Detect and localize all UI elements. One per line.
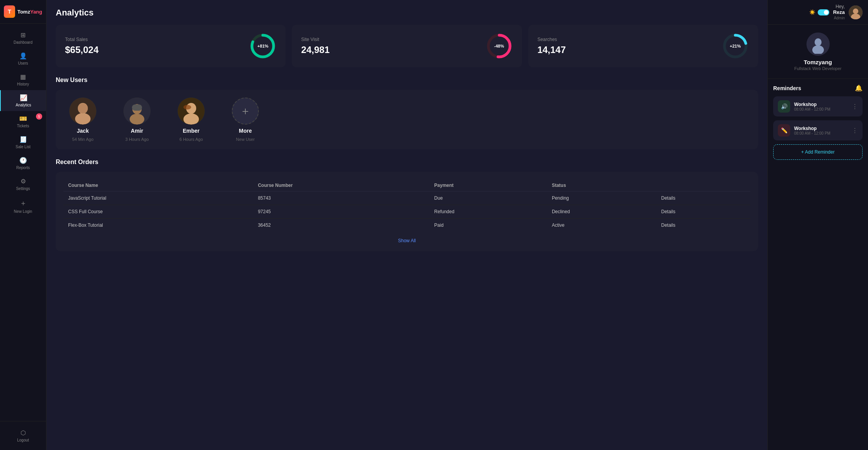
bell-icon[interactable]: 🔔 [855,84,863,92]
chart-total-sales: +81% [249,33,276,60]
profile-card: Tomzyang Fullstack Web Developer [768,25,868,79]
stat-info-searches: Searches 14,147 [538,37,566,55]
sidebar-item-settings[interactable]: ⚙ Settings [0,174,46,195]
orders-table-head: Course Name Course Number Payment Status [63,180,750,192]
order-details[interactable]: Details [656,192,750,205]
reminders-title: Reminders [773,85,801,91]
order-details[interactable]: Details [656,219,750,232]
stat-label-searches: Searches [538,37,566,42]
main-content: Analytics Total Sales $65,024 +81% Site … [46,0,767,450]
toggle-switch[interactable] [818,9,829,15]
order-payment: Refunded [430,205,547,219]
add-reminder-button[interactable]: + Add Reminder [773,144,863,160]
user-time-jack: 54 Min Ago [72,137,93,142]
sidebar-item-tickets[interactable]: 🎫 Tickets 5 [0,111,46,132]
reminder-time-1: 08:00 AM - 12:00 PM [794,131,830,135]
stat-value-searches: 14,147 [538,44,566,55]
page-title: Analytics [56,8,758,18]
sidebar-item-logout[interactable]: ⬡ Logout [0,425,46,446]
user-entry-more[interactable]: ＋ More New User [226,98,265,142]
more-sub: New User [236,137,255,142]
svg-point-19 [853,9,858,14]
col-action [656,180,750,192]
reminder-color-0: 🔊 [778,100,790,113]
order-status: Active [547,219,657,232]
stat-card-searches: Searches 14,147 +21% [528,25,758,67]
sidebar-item-history[interactable]: ▦ History [0,69,46,90]
order-details[interactable]: Details [656,205,750,219]
sidebar-label-settings: Settings [16,187,30,191]
stats-row: Total Sales $65,024 +81% Site Visit 24,9… [56,25,758,67]
user-entry-amir: Amir 3 Hours Ago [118,98,156,142]
col-course-name: Course Name [63,180,253,192]
chart-label-searches: +21% [730,44,741,48]
user-time-amir: 3 Hours Ago [125,137,149,142]
header-greeting: Hey, Reza Admin [833,4,845,21]
show-all-button[interactable]: Show All [63,238,750,243]
svg-point-16 [183,113,199,125]
more-label: More [239,128,252,134]
sidebar-item-dashboard[interactable]: ⊞ Dashboard [0,27,46,48]
order-course-number: 85743 [253,192,430,205]
sidebar-label-sale-list: Sale List [15,145,30,149]
recent-orders-title: Recent Orders [56,159,758,166]
stat-label-total-sales: Total Sales [65,37,99,42]
right-header: ☀️ Hey, Reza Admin [768,0,868,25]
order-status: Pending [547,192,657,205]
stat-label-site-visit: Site Visit [301,37,329,42]
table-row: Flex-Box Tutorial 36452 Paid Active Deta… [63,219,750,232]
table-row: JavaScript Tutorial 85743 Due Pending De… [63,192,750,205]
sidebar-label-reports: Reports [16,166,30,170]
settings-icon: ⚙ [21,178,26,185]
sidebar-item-analytics[interactable]: 📈 Analytics [0,90,46,111]
sidebar-item-new-login[interactable]: ＋ New Login [0,195,46,217]
sidebar-label-history: History [17,82,29,86]
dashboard-icon: ⊞ [21,31,26,39]
logout-icon: ⬡ [21,429,26,436]
reminders-header: Reminders 🔔 [773,84,863,92]
reminder-time-0: 08:00 AM - 12:00 PM [794,107,830,111]
orders-header-row: Course Name Course Number Payment Status [63,180,750,192]
order-course-number: 36452 [253,219,430,232]
sidebar-logo: T TomzYang [0,0,46,24]
order-payment: Due [430,192,547,205]
history-icon: ▦ [20,73,26,80]
sidebar-item-sale-list[interactable]: 🧾 Sale List [0,132,46,153]
reminders-section: Reminders 🔔 🔊 Workshop 08:00 AM - 12:00 … [768,79,868,450]
chart-label-site-visit: -48% [494,44,504,48]
order-status: Declined [547,205,657,219]
reminder-dots-1[interactable]: ⋮ [852,127,858,134]
tickets-badge: 5 [36,113,42,120]
profile-avatar [806,33,830,56]
order-course-name: CSS Full Course [63,205,253,219]
theme-toggle[interactable]: ☀️ [809,9,829,15]
sidebar-item-users[interactable]: 👤 Users [0,48,46,69]
reminder-dots-0[interactable]: ⋮ [852,103,858,110]
user-entry-jack: Jack 54 Min Ago [63,98,102,142]
chart-site-visit: -48% [486,33,513,60]
user-avatar-jack [69,98,96,125]
col-payment: Payment [430,180,547,192]
header-avatar [849,5,863,19]
svg-point-22 [815,38,822,46]
sidebar-bottom: ⬡ Logout [0,421,46,450]
svg-rect-13 [132,104,142,111]
profile-role: Fullstack Web Developer [773,66,863,71]
reminder-item-0: 🔊 Workshop 08:00 AM - 12:00 PM ⋮ [773,96,863,116]
reminder-color-1: ✏️ [778,124,790,137]
sidebar-item-reports[interactable]: 🕐 Reports [0,153,46,174]
new-login-icon: ＋ [20,198,27,208]
svg-point-12 [130,114,144,125]
users-icon: 👤 [19,52,27,60]
recent-orders-card: Course Name Course Number Payment Status… [56,172,758,251]
order-course-number: 97245 [253,205,430,219]
sidebar-label-tickets: Tickets [17,124,29,128]
sidebar-label-new-login: New Login [14,209,32,214]
logo-icon: T [4,5,15,18]
stat-info-site-visit: Site Visit 24,981 [301,37,329,55]
more-button[interactable]: ＋ [232,98,259,125]
table-row: CSS Full Course 97245 Refunded Declined … [63,205,750,219]
sidebar-label-logout: Logout [17,438,29,442]
user-name-ember: Ember [183,128,200,134]
stat-value-total-sales: $65,024 [65,44,99,55]
